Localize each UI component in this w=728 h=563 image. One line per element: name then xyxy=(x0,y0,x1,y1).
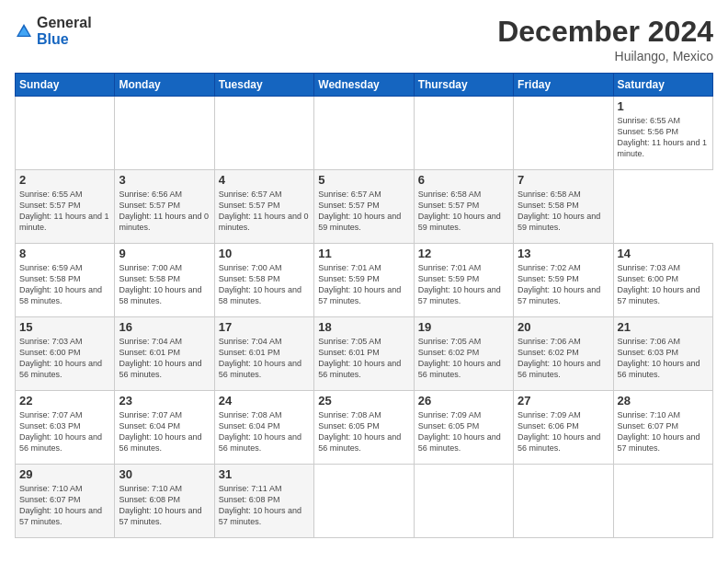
cell-info: Sunrise: 6:55 AMSunset: 5:56 PMDaylight:… xyxy=(618,115,709,160)
day-number: 19 xyxy=(418,320,509,334)
cell-info: Sunrise: 6:55 AMSunset: 5:57 PMDaylight:… xyxy=(19,189,110,234)
cell-info: Sunrise: 6:58 AMSunset: 5:58 PMDaylight:… xyxy=(518,189,609,234)
day-number: 30 xyxy=(119,467,210,481)
calendar-day-cell: 12Sunrise: 7:01 AMSunset: 5:59 PMDayligh… xyxy=(414,244,513,317)
day-header: Friday xyxy=(514,74,613,97)
cell-info: Sunrise: 7:08 AMSunset: 6:05 PMDaylight:… xyxy=(318,409,409,454)
day-number: 7 xyxy=(518,173,609,187)
calendar-day-cell: 8Sunrise: 6:59 AMSunset: 5:58 PMDaylight… xyxy=(16,244,115,317)
calendar-header: General Blue December 2024 Huilango, Mex… xyxy=(15,15,713,63)
cell-info: Sunrise: 6:57 AMSunset: 5:57 PMDaylight:… xyxy=(318,189,409,234)
calendar-day-cell: 24Sunrise: 7:08 AMSunset: 6:04 PMDayligh… xyxy=(214,391,313,465)
calendar-day-cell: 28Sunrise: 7:10 AMSunset: 6:07 PMDayligh… xyxy=(613,391,712,465)
day-number: 3 xyxy=(119,173,210,187)
cell-info: Sunrise: 7:09 AMSunset: 6:05 PMDaylight:… xyxy=(418,409,509,454)
cell-info: Sunrise: 7:06 AMSunset: 6:02 PMDaylight:… xyxy=(518,336,609,381)
calendar-day-cell: 13Sunrise: 7:02 AMSunset: 5:59 PMDayligh… xyxy=(514,244,613,317)
cell-info: Sunrise: 7:04 AMSunset: 6:01 PMDaylight:… xyxy=(119,336,210,381)
day-number: 2 xyxy=(19,173,110,187)
calendar-day-cell: 11Sunrise: 7:01 AMSunset: 5:59 PMDayligh… xyxy=(314,244,414,317)
cell-info: Sunrise: 7:03 AMSunset: 6:00 PMDaylight:… xyxy=(618,262,709,307)
calendar-day-cell: 1Sunrise: 6:55 AMSunset: 5:56 PMDaylight… xyxy=(613,97,712,170)
cell-info: Sunrise: 6:56 AMSunset: 5:57 PMDaylight:… xyxy=(119,189,210,234)
day-header: Sunday xyxy=(16,74,115,97)
calendar-day-cell: 2Sunrise: 6:55 AMSunset: 5:57 PMDaylight… xyxy=(16,170,115,244)
day-number: 16 xyxy=(119,320,210,334)
calendar-week-row: 2Sunrise: 6:55 AMSunset: 5:57 PMDaylight… xyxy=(16,170,713,244)
cell-info: Sunrise: 6:58 AMSunset: 5:57 PMDaylight:… xyxy=(418,189,509,234)
day-number: 1 xyxy=(618,99,709,113)
cell-info: Sunrise: 7:07 AMSunset: 6:04 PMDaylight:… xyxy=(119,409,210,454)
empty-cell xyxy=(115,97,214,170)
calendar-day-cell: 23Sunrise: 7:07 AMSunset: 6:04 PMDayligh… xyxy=(115,391,214,465)
empty-cell xyxy=(414,465,513,538)
calendar-day-cell: 4Sunrise: 6:57 AMSunset: 5:57 PMDaylight… xyxy=(214,170,313,244)
calendar-day-cell: 22Sunrise: 7:07 AMSunset: 6:03 PMDayligh… xyxy=(16,391,115,465)
cell-info: Sunrise: 7:10 AMSunset: 6:07 PMDaylight:… xyxy=(618,409,709,454)
calendar-day-cell: 25Sunrise: 7:08 AMSunset: 6:05 PMDayligh… xyxy=(314,391,414,465)
cell-info: Sunrise: 7:10 AMSunset: 6:07 PMDaylight:… xyxy=(19,483,110,528)
day-header: Monday xyxy=(115,74,214,97)
day-header: Thursday xyxy=(414,74,513,97)
day-number: 25 xyxy=(318,394,409,408)
calendar-day-cell: 6Sunrise: 6:58 AMSunset: 5:57 PMDaylight… xyxy=(414,170,513,244)
empty-cell xyxy=(214,97,313,170)
cell-info: Sunrise: 7:10 AMSunset: 6:08 PMDaylight:… xyxy=(119,483,210,528)
day-number: 8 xyxy=(19,247,110,260)
calendar-day-cell: 30Sunrise: 7:10 AMSunset: 6:08 PMDayligh… xyxy=(115,465,214,538)
calendar-day-cell: 20Sunrise: 7:06 AMSunset: 6:02 PMDayligh… xyxy=(514,317,613,391)
day-header: Tuesday xyxy=(214,74,313,97)
day-number: 27 xyxy=(518,394,609,408)
empty-cell xyxy=(414,97,513,170)
day-number: 9 xyxy=(119,247,210,260)
calendar-day-cell: 16Sunrise: 7:04 AMSunset: 6:01 PMDayligh… xyxy=(115,317,214,391)
cell-info: Sunrise: 7:01 AMSunset: 5:59 PMDaylight:… xyxy=(418,262,509,307)
cell-info: Sunrise: 7:11 AMSunset: 6:08 PMDaylight:… xyxy=(219,483,310,528)
calendar-day-cell: 19Sunrise: 7:05 AMSunset: 6:02 PMDayligh… xyxy=(414,317,513,391)
day-number: 17 xyxy=(219,320,310,334)
cell-info: Sunrise: 7:02 AMSunset: 5:59 PMDaylight:… xyxy=(518,262,609,307)
month-title: December 2024 xyxy=(497,15,713,49)
cell-info: Sunrise: 7:09 AMSunset: 6:06 PMDaylight:… xyxy=(518,409,609,454)
calendar-day-cell: 7Sunrise: 6:58 AMSunset: 5:58 PMDaylight… xyxy=(514,170,613,244)
cell-info: Sunrise: 7:05 AMSunset: 6:01 PMDaylight:… xyxy=(318,336,409,381)
calendar-day-cell: 15Sunrise: 7:03 AMSunset: 6:00 PMDayligh… xyxy=(16,317,115,391)
title-block: December 2024 Huilango, Mexico xyxy=(497,15,713,63)
day-number: 29 xyxy=(19,467,110,481)
day-number: 28 xyxy=(618,394,709,408)
cell-info: Sunrise: 7:08 AMSunset: 6:04 PMDaylight:… xyxy=(219,409,310,454)
day-number: 20 xyxy=(518,320,609,334)
day-number: 5 xyxy=(318,173,409,187)
day-number: 4 xyxy=(219,173,310,187)
logo-icon xyxy=(15,22,33,40)
cell-info: Sunrise: 6:57 AMSunset: 5:57 PMDaylight:… xyxy=(219,189,310,234)
cell-info: Sunrise: 7:01 AMSunset: 5:59 PMDaylight:… xyxy=(318,262,409,307)
calendar-day-cell: 3Sunrise: 6:56 AMSunset: 5:57 PMDaylight… xyxy=(115,170,214,244)
day-number: 24 xyxy=(219,394,310,408)
day-number: 23 xyxy=(119,394,210,408)
empty-cell xyxy=(613,465,712,538)
day-number: 26 xyxy=(418,394,509,408)
calendar-day-cell: 17Sunrise: 7:04 AMSunset: 6:01 PMDayligh… xyxy=(214,317,313,391)
logo-text-general: General xyxy=(37,15,92,30)
day-number: 31 xyxy=(219,467,310,481)
calendar-day-cell: 31Sunrise: 7:11 AMSunset: 6:08 PMDayligh… xyxy=(214,465,313,538)
calendar-day-cell: 14Sunrise: 7:03 AMSunset: 6:00 PMDayligh… xyxy=(613,244,712,317)
day-number: 22 xyxy=(19,394,110,408)
day-number: 11 xyxy=(318,247,409,260)
cell-info: Sunrise: 7:04 AMSunset: 6:01 PMDaylight:… xyxy=(219,336,310,381)
calendar-header-row: SundayMondayTuesdayWednesdayThursdayFrid… xyxy=(16,74,713,97)
calendar-container: General Blue December 2024 Huilango, Mex… xyxy=(0,0,728,546)
day-number: 15 xyxy=(19,320,110,334)
calendar-day-cell: 10Sunrise: 7:00 AMSunset: 5:58 PMDayligh… xyxy=(214,244,313,317)
empty-cell xyxy=(514,465,613,538)
calendar-day-cell: 26Sunrise: 7:09 AMSunset: 6:05 PMDayligh… xyxy=(414,391,513,465)
cell-info: Sunrise: 7:00 AMSunset: 5:58 PMDaylight:… xyxy=(119,262,210,307)
calendar-week-row: 15Sunrise: 7:03 AMSunset: 6:00 PMDayligh… xyxy=(16,317,713,391)
day-number: 13 xyxy=(518,247,609,260)
empty-cell xyxy=(514,97,613,170)
calendar-week-row: 8Sunrise: 6:59 AMSunset: 5:58 PMDaylight… xyxy=(16,244,713,317)
cell-info: Sunrise: 7:06 AMSunset: 6:03 PMDaylight:… xyxy=(618,336,709,381)
cell-info: Sunrise: 7:05 AMSunset: 6:02 PMDaylight:… xyxy=(418,336,509,381)
logo-text-blue: Blue xyxy=(37,31,69,47)
